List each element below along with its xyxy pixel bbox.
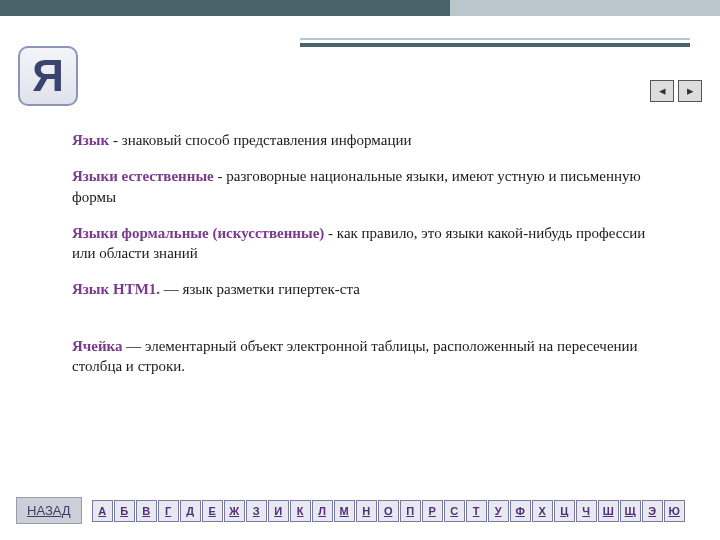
header-underline-thick xyxy=(300,43,690,47)
next-button[interactable]: ▸ xyxy=(678,80,702,102)
alphabet-letter[interactable]: Ю xyxy=(664,500,685,522)
definitions-content: Язык - знаковый способ представления инф… xyxy=(72,130,672,392)
alphabet-letter[interactable]: З xyxy=(246,500,267,522)
alphabet-letter[interactable]: Т xyxy=(466,500,487,522)
definition-text: элементарный объект электронной таблицы,… xyxy=(72,338,638,374)
header-bar-dark xyxy=(0,0,450,16)
back-button[interactable]: НАЗАД xyxy=(16,497,82,524)
term-paren: (искусственные) xyxy=(209,225,325,241)
alphabet-letter[interactable]: Ф xyxy=(510,500,531,522)
header-bars xyxy=(0,0,720,28)
alphabet-letter[interactable]: В xyxy=(136,500,157,522)
header-underline-thin xyxy=(300,38,690,40)
alphabet-index: АБВГДЕЖЗИКЛМНОПРСТУФХЦЧШЩЭЮ xyxy=(92,500,685,522)
alphabet-letter[interactable]: Щ xyxy=(620,500,641,522)
sep: — xyxy=(123,338,146,354)
alphabet-letter[interactable]: К xyxy=(290,500,311,522)
alphabet-letter[interactable]: Х xyxy=(532,500,553,522)
term: Ячейка xyxy=(72,338,123,354)
alphabet-letter[interactable]: Ш xyxy=(598,500,619,522)
alphabet-letter[interactable]: Ц xyxy=(554,500,575,522)
alphabet-letter[interactable]: А xyxy=(92,500,113,522)
sep: - xyxy=(324,225,337,241)
alphabet-letter[interactable]: М xyxy=(334,500,355,522)
header-bar-light xyxy=(450,0,720,16)
index-letter-badge: Я xyxy=(18,46,78,106)
definition-entry: Язык - знаковый способ представления инф… xyxy=(72,130,672,150)
alphabet-letter[interactable]: С xyxy=(444,500,465,522)
alphabet-letter[interactable]: О xyxy=(378,500,399,522)
alphabet-letter[interactable]: Г xyxy=(158,500,179,522)
alphabet-letter[interactable]: Н xyxy=(356,500,377,522)
definition-text: знаковый способ представления информации xyxy=(122,132,412,148)
alphabet-letter[interactable]: Ж xyxy=(224,500,245,522)
definition-entry: Языки формальные (искусственные) - как п… xyxy=(72,223,672,264)
term: Язык HTM1. xyxy=(72,281,160,297)
alphabet-letter[interactable]: П xyxy=(400,500,421,522)
definition-entry: Ячейка — элементарный объект электронной… xyxy=(72,336,672,377)
nav-icons: ◂ ▸ xyxy=(650,80,702,102)
term: Язык xyxy=(72,132,109,148)
definition-entry: Языки естественные - разговорные национа… xyxy=(72,166,672,207)
definition-entry: Язык HTM1. — язык разметки гипертек-ста xyxy=(72,279,672,299)
footer: НАЗАД АБВГДЕЖЗИКЛМНОПРСТУФХЦЧШЩЭЮ xyxy=(16,497,712,524)
sep: — xyxy=(160,281,183,297)
arrow-right-icon: ▸ xyxy=(687,83,694,99)
arrow-left-icon: ◂ xyxy=(659,83,666,99)
prev-button[interactable]: ◂ xyxy=(650,80,674,102)
sep: - xyxy=(214,168,227,184)
alphabet-letter[interactable]: Р xyxy=(422,500,443,522)
alphabet-letter[interactable]: У xyxy=(488,500,509,522)
alphabet-letter[interactable]: Б xyxy=(114,500,135,522)
term: Языки естественные xyxy=(72,168,214,184)
alphabet-letter[interactable]: И xyxy=(268,500,289,522)
term: Языки формальные xyxy=(72,225,209,241)
alphabet-letter[interactable]: Л xyxy=(312,500,333,522)
alphabet-letter[interactable]: Ч xyxy=(576,500,597,522)
definition-text: язык разметки гипертек-ста xyxy=(183,281,360,297)
alphabet-letter[interactable]: Э xyxy=(642,500,663,522)
alphabet-letter[interactable]: Е xyxy=(202,500,223,522)
sep: - xyxy=(109,132,122,148)
alphabet-letter[interactable]: Д xyxy=(180,500,201,522)
